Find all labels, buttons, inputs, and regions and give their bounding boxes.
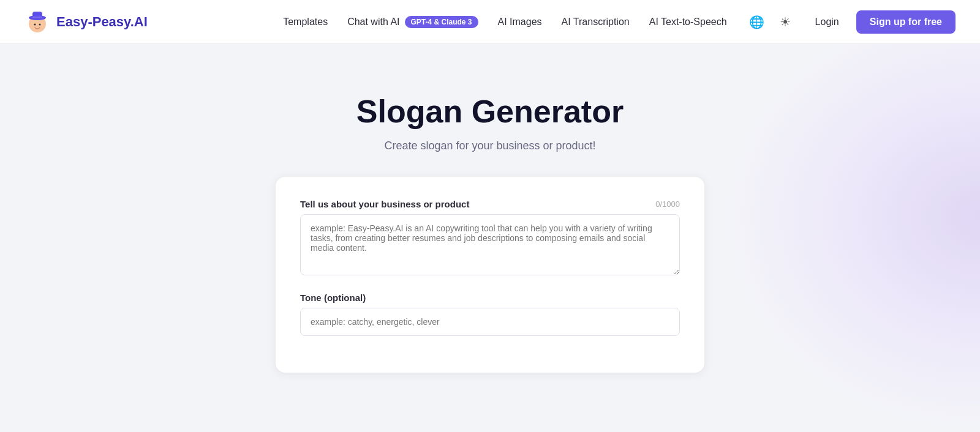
- tone-label: Tone (optional): [300, 292, 366, 303]
- nav-item-ai-images[interactable]: AI Images: [498, 17, 542, 28]
- signup-button[interactable]: Sign up for free: [856, 10, 956, 34]
- nav-item-chat-wrapper[interactable]: Chat with AI GPT-4 & Claude 3: [347, 16, 478, 28]
- nav-item-chat[interactable]: Chat with AI: [347, 17, 399, 28]
- nav-links: Templates Chat with AI GPT-4 & Claude 3 …: [283, 16, 726, 28]
- globe-icon: 🌐: [749, 15, 764, 29]
- tone-input[interactable]: [300, 308, 680, 336]
- login-button[interactable]: Login: [808, 12, 846, 32]
- nav-item-tts[interactable]: AI Text-to-Speech: [649, 17, 727, 28]
- business-textarea[interactable]: [300, 214, 680, 275]
- nav-item-transcription[interactable]: AI Transcription: [562, 17, 630, 28]
- gpt-badge: GPT-4 & Claude 3: [405, 16, 478, 28]
- svg-rect-5: [32, 17, 42, 18]
- globe-button[interactable]: 🌐: [747, 12, 767, 32]
- form-card: Tell us about your business or product 0…: [276, 177, 704, 373]
- logo-text: Easy-Peasy.AI: [56, 14, 148, 30]
- logo-link[interactable]: Easy-Peasy.AI: [24, 9, 148, 35]
- char-count: 0/1000: [655, 199, 680, 209]
- business-label-row: Tell us about your business or product 0…: [300, 199, 680, 209]
- tone-label-row: Tone (optional): [300, 292, 680, 303]
- business-field-group: Tell us about your business or product 0…: [300, 199, 680, 278]
- theme-icon: ☀: [780, 15, 791, 29]
- logo-icon: [24, 9, 50, 35]
- page-title: Slogan Generator: [356, 93, 624, 130]
- business-label: Tell us about your business or product: [300, 199, 469, 209]
- tone-field-group: Tone (optional): [300, 292, 680, 336]
- nav-item-templates[interactable]: Templates: [283, 17, 328, 28]
- nav-icons: 🌐 ☀: [747, 12, 796, 32]
- page-subtitle: Create slogan for your business or produ…: [384, 140, 595, 152]
- theme-button[interactable]: ☀: [775, 12, 796, 32]
- svg-point-4: [39, 23, 41, 25]
- main-content: Slogan Generator Create slogan for your …: [0, 44, 980, 397]
- navbar: Easy-Peasy.AI Templates Chat with AI GPT…: [0, 0, 980, 44]
- svg-point-3: [34, 23, 36, 25]
